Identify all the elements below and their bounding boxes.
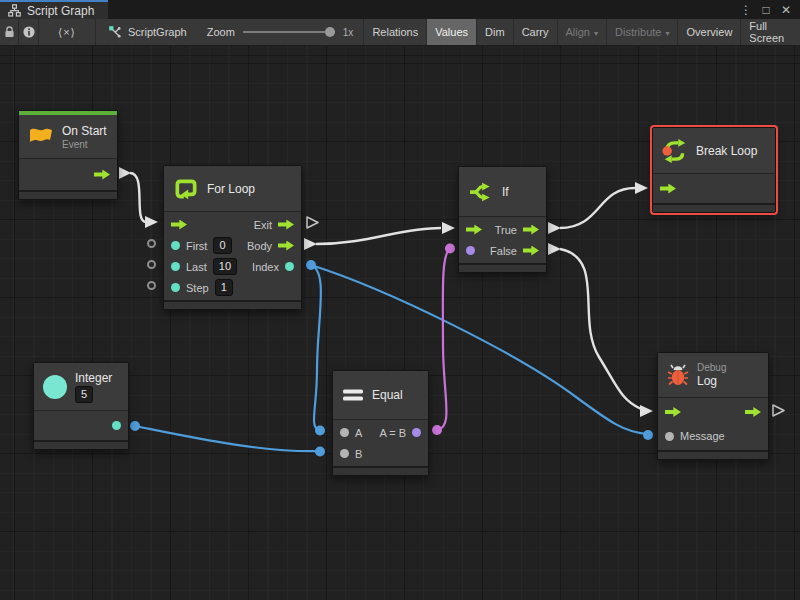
flow-out-port[interactable] — [94, 170, 110, 180]
b-in-port[interactable] — [340, 449, 349, 458]
node-for-loop[interactable]: For Loop Exit First 0 Body Last 10 — [163, 165, 302, 310]
integer-type-icon — [43, 375, 67, 399]
if-header[interactable]: If — [459, 167, 546, 217]
values-button[interactable]: Values — [426, 19, 476, 45]
if-row-true: True — [459, 219, 546, 240]
overview-label: Overview — [686, 26, 732, 38]
node-on-start[interactable]: On Start Event — [18, 110, 118, 200]
branch-icon — [468, 179, 494, 205]
dim-button[interactable]: Dim — [476, 19, 513, 45]
body-out-port[interactable] — [278, 241, 294, 251]
node-footer — [658, 450, 768, 459]
flow-in-port[interactable] — [660, 184, 676, 194]
false-out-port[interactable] — [523, 246, 539, 256]
distribute-label: Distribute — [615, 26, 661, 38]
node-title: For Loop — [207, 182, 255, 196]
flow-in-port[interactable] — [466, 225, 482, 235]
window-menu-icon[interactable]: ⋮ — [738, 3, 754, 17]
break-loop-header[interactable]: Break Loop — [653, 128, 775, 174]
if-row-false: False — [459, 240, 546, 261]
graph-tab-icon — [8, 4, 21, 17]
debug-log-flow-row — [658, 400, 768, 424]
maximize-icon[interactable]: □ — [758, 3, 774, 17]
chevron-down-icon: ▾ — [594, 29, 598, 38]
integer-header[interactable]: Integer 5 — [34, 363, 128, 411]
equal-row-a: A A = B — [333, 422, 428, 443]
lock-button[interactable] — [0, 19, 19, 45]
align-label: Align — [566, 26, 590, 38]
flow-out-port[interactable] — [745, 407, 761, 417]
node-break-loop[interactable]: Break Loop — [652, 127, 776, 213]
flow-in-port[interactable] — [171, 220, 187, 230]
node-if[interactable]: If True False — [458, 166, 547, 273]
graph-name-breadcrumb[interactable]: ScriptGraph — [96, 19, 197, 45]
debug-log-header[interactable]: Debug Log — [658, 353, 768, 398]
flow-in-port[interactable] — [665, 407, 681, 417]
for-loop-row-first-body: First 0 Body — [164, 235, 301, 256]
tab-title: Script Graph — [27, 4, 94, 18]
chevron-down-icon: ▾ — [665, 29, 669, 38]
last-label: Last — [186, 261, 207, 273]
a-label: A — [355, 427, 362, 439]
overview-button[interactable]: Overview — [677, 19, 740, 45]
window-controls: ⋮ □ ✕ — [738, 0, 800, 19]
for-loop-header[interactable]: For Loop — [164, 166, 301, 212]
for-loop-icon — [173, 176, 199, 202]
node-title: Log — [697, 374, 726, 388]
first-value-field[interactable]: 0 — [213, 237, 231, 254]
first-in-port[interactable] — [171, 241, 180, 250]
last-in-port[interactable] — [171, 262, 180, 271]
node-footer — [164, 300, 301, 309]
zoom-label: Zoom — [207, 26, 235, 38]
zoom-control: Zoom 1x — [197, 19, 364, 45]
node-title: Integer — [75, 371, 112, 385]
zoom-slider-handle[interactable] — [325, 27, 335, 37]
body-label: Body — [247, 240, 272, 252]
flag-icon — [28, 127, 54, 147]
lock-icon — [3, 25, 16, 39]
index-label: Index — [252, 261, 279, 273]
exit-out-port[interactable] — [278, 220, 294, 230]
node-footer — [19, 190, 117, 199]
result-out-port[interactable] — [412, 428, 421, 437]
relations-button[interactable]: Relations — [363, 19, 426, 45]
dim-label: Dim — [485, 26, 505, 38]
step-in-port[interactable] — [171, 283, 180, 292]
true-out-port[interactable] — [523, 225, 539, 235]
message-label: Message — [680, 430, 725, 442]
code-preview-button[interactable]: ⟨×⟩ — [39, 19, 96, 45]
node-equal[interactable]: Equal A A = B B — [332, 370, 429, 476]
tab-script-graph[interactable]: Script Graph — [0, 0, 108, 19]
close-icon[interactable]: ✕ — [778, 3, 794, 17]
zoom-slider[interactable] — [243, 31, 335, 33]
b-label: B — [355, 448, 362, 460]
carry-button[interactable]: Carry — [513, 19, 557, 45]
last-value-field[interactable]: 10 — [213, 258, 237, 275]
distribute-dropdown[interactable]: Distribute ▾ — [606, 19, 677, 45]
bug-icon — [667, 363, 689, 387]
unconnected-step-indicator — [147, 281, 156, 290]
integer-value-field[interactable]: 5 — [75, 386, 93, 403]
info-button[interactable] — [19, 19, 38, 45]
index-out-port[interactable] — [285, 262, 294, 271]
message-in-port[interactable] — [665, 432, 674, 441]
step-value-field[interactable]: 1 — [215, 279, 233, 296]
condition-in-port[interactable] — [466, 246, 475, 255]
align-dropdown[interactable]: Align ▾ — [557, 19, 606, 45]
a-in-port[interactable] — [340, 428, 349, 437]
info-icon — [22, 25, 36, 39]
graph-toolbar: ⟨×⟩ ScriptGraph Zoom 1x Relations Values — [0, 19, 800, 46]
node-footer — [333, 466, 428, 475]
full-screen-button[interactable]: Full Screen — [740, 19, 800, 45]
on-start-out-row — [19, 161, 117, 188]
integer-out-port[interactable] — [112, 421, 121, 430]
true-label: True — [495, 224, 517, 236]
node-integer[interactable]: Integer 5 — [33, 362, 129, 450]
values-label: Values — [435, 26, 468, 38]
equal-header[interactable]: Equal — [333, 371, 428, 420]
node-debug-log[interactable]: Debug Log Message — [657, 352, 769, 460]
on-start-header[interactable]: On Start Event — [19, 115, 117, 159]
relations-label: Relations — [372, 26, 418, 38]
equals-icon — [342, 388, 364, 402]
code-preview-icon: ⟨×⟩ — [58, 26, 76, 39]
